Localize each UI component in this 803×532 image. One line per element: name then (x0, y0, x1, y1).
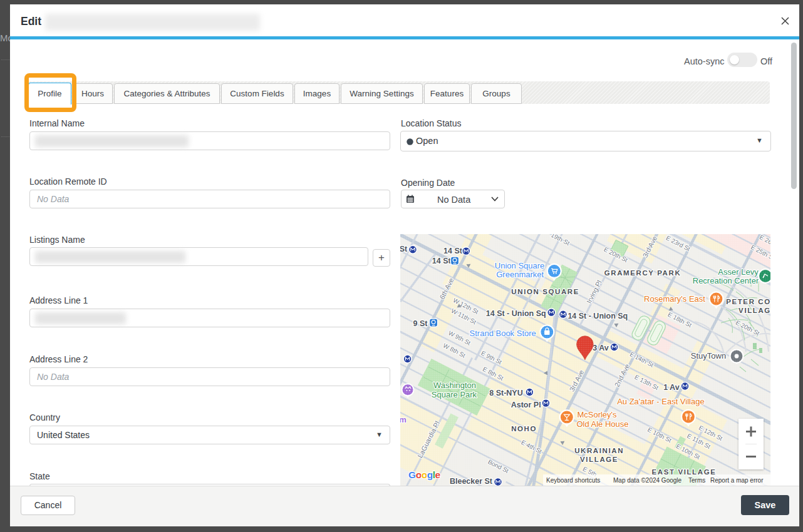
svg-text:Terms: Terms (688, 477, 705, 484)
svg-text:G: G (408, 469, 416, 480)
svg-text:Keyboard shortcuts: Keyboard shortcuts (546, 477, 600, 484)
svg-text:Report a map error: Report a map error (710, 477, 764, 484)
svg-text:Map data ©2024 Google: Map data ©2024 Google (613, 477, 682, 484)
svg-text:e: e (435, 469, 441, 480)
